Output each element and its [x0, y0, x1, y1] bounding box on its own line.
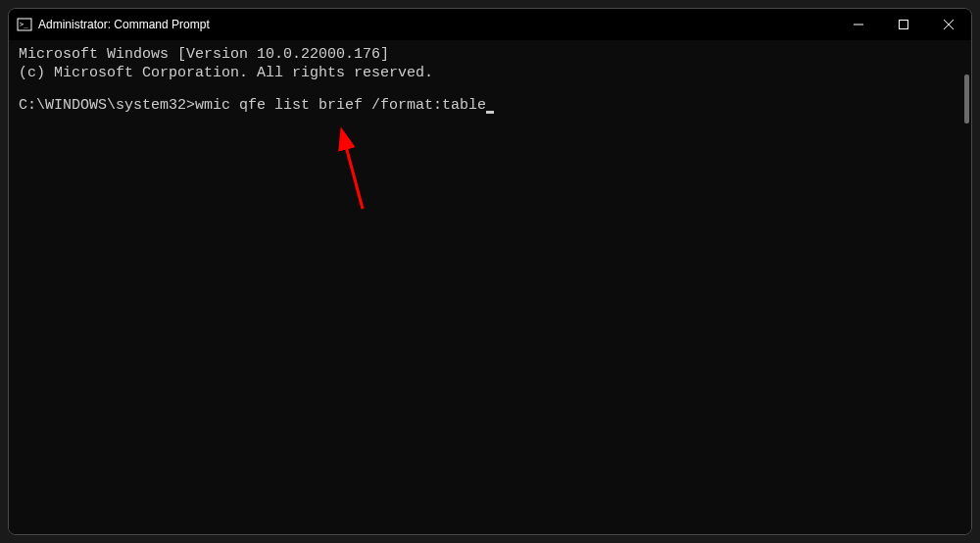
titlebar[interactable]: >_ Administrator: Command Prompt — [9, 9, 971, 40]
copyright-line: (c) Microsoft Corporation. All rights re… — [19, 65, 961, 83]
minimize-button[interactable] — [836, 9, 881, 40]
terminal-content[interactable]: Microsoft Windows [Version 10.0.22000.17… — [9, 40, 971, 534]
scrollbar[interactable] — [964, 74, 969, 123]
close-button[interactable] — [926, 9, 971, 40]
command-prompt-window: >_ Administrator: Command Prompt — [8, 8, 972, 535]
text-cursor — [486, 111, 494, 114]
prompt-line: C:\WINDOWS\system32>wmic qfe list brief … — [19, 97, 961, 116]
command-input: wmic qfe list brief /format:table — [195, 97, 486, 114]
maximize-button[interactable] — [881, 9, 926, 40]
prompt: C:\WINDOWS\system32> — [19, 97, 195, 114]
version-line: Microsoft Windows [Version 10.0.22000.17… — [19, 46, 961, 65]
window-title: Administrator: Command Prompt — [38, 18, 210, 31]
svg-text:>_: >_ — [20, 21, 28, 28]
svg-rect-3 — [900, 21, 908, 29]
command-prompt-icon: >_ — [17, 17, 32, 32]
window-controls — [836, 9, 971, 40]
